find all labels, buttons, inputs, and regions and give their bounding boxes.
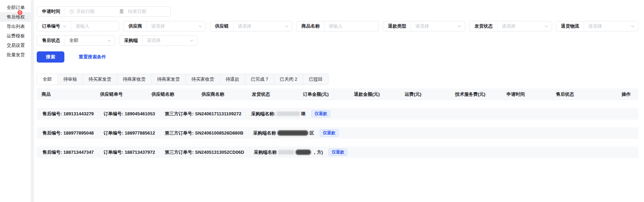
filter-order-no-label: 订单编号	[37, 21, 71, 31]
group-header-field: 订单编号:188713437972	[104, 149, 155, 156]
redacted-text	[278, 150, 294, 154]
filter-apply-time[interactable]: 申请时间 开始日期 至 结束日期	[37, 6, 171, 17]
filter-actions: 搜索 重置搜索条件	[37, 51, 638, 63]
order-group: 售后编号:189131443279订单编号:189045461053第三方订单号…	[37, 108, 638, 120]
status-tabs: 全部待审核待买家发货待商家收货待商家发货待买家收货待退款已完成 7已关闭 2已驳…	[37, 74, 328, 85]
filter-label-text: 商品名称	[302, 23, 320, 29]
table-body: 售后编号:189131443279订单编号:189045461053第三方订单号…	[37, 108, 638, 158]
column-header-5: 订单金额(元)	[298, 91, 349, 98]
sidebar-item-label: 批量发货	[7, 52, 25, 58]
filter-ship-status-field[interactable]: 请选择	[497, 21, 551, 31]
sidebar-item-5[interactable]: 批量发货	[0, 50, 31, 59]
filter-after-sale-status[interactable]: 售后状态全部	[37, 35, 115, 46]
field-label: 第三方订单号:	[165, 149, 193, 156]
sidebar-item-2[interactable]: 导出列表	[0, 22, 31, 31]
filter-return-logistics[interactable]: 退货物流请选择	[556, 21, 638, 31]
start-date-input[interactable]: 开始日期	[76, 8, 115, 15]
filter-purchase-side[interactable]: 采购端请选择	[119, 35, 197, 46]
clock-icon	[69, 9, 74, 14]
filter-product-name[interactable]: 商品名称请输入	[296, 21, 379, 31]
tab-5[interactable]: 待买家收货	[186, 74, 220, 85]
end-date-input[interactable]: 结束日期	[128, 8, 167, 15]
filter-ship-status-value: 请选择	[502, 23, 542, 29]
group-header-field: 第三方订单号:SN24061008526D880B	[165, 130, 243, 136]
group-header-field: 售后编号:188713447347	[42, 149, 94, 156]
search-button[interactable]: 搜索	[37, 51, 64, 63]
field-label: 采购端名称	[254, 149, 277, 156]
filter-supply-chain-field[interactable]: 请选择	[233, 21, 292, 31]
field-label: 第三方订单号:	[165, 111, 193, 117]
column-header-10: 售后状态	[551, 91, 602, 98]
filter-order-no[interactable]: 订单编号请输入	[37, 21, 119, 31]
filter-return-logistics-field[interactable]: 请选择	[584, 21, 638, 31]
main-panel: 申请时间 开始日期 至 结束日期 订单编号请输入供应商请选择供应链请选择商品名称…	[34, 0, 644, 202]
tab-1[interactable]: 待审核	[58, 74, 83, 85]
buyer-name: 采购端名称区仅退款	[253, 129, 339, 137]
refund-only-badge: 仅退款	[311, 110, 330, 117]
sidebar-item-label: 全部订单	[7, 5, 25, 11]
field-label: 订单编号:	[104, 111, 123, 117]
field-value: 188977895048	[63, 130, 94, 136]
chevron-down-icon	[544, 24, 548, 28]
filter-after-sale-status-field[interactable]: 全部	[65, 36, 115, 45]
field-label: 第三方订单号:	[165, 130, 193, 136]
tab-6[interactable]: 待退款	[220, 74, 245, 85]
redacted-text	[296, 150, 311, 155]
filter-label-text: 退款类型	[388, 23, 406, 29]
field-label: 订单编号:	[104, 149, 123, 156]
sidebar: 全部订单售后维权0导出列表运费模板交易设置批量发货	[0, 0, 31, 202]
tab-2[interactable]: 待买家发货	[83, 74, 117, 85]
filter-after-sale-status-label: 售后状态	[37, 36, 65, 45]
filter-ship-status[interactable]: 发货状态请选择	[469, 21, 552, 31]
filter-supplier-label: 供应商	[123, 21, 147, 31]
field-value: 188977885612	[125, 130, 155, 136]
field-value: 189131443279	[63, 111, 94, 116]
filter-supplier[interactable]: 供应商请选择	[123, 21, 206, 31]
field-label: 售后编号:	[42, 149, 62, 156]
filter-label-text: 退货物流	[561, 23, 579, 29]
filter-refund-type-label: 退款类型	[383, 21, 411, 31]
column-header-11: 操作	[602, 91, 638, 98]
text-fragment: 区	[310, 130, 314, 136]
filter-purchase-side-value: 请选择	[147, 37, 187, 44]
redacted-text	[277, 130, 308, 136]
sidebar-item-1[interactable]: 售后维权0	[0, 12, 31, 22]
date-range-field[interactable]: 开始日期 至 结束日期	[65, 7, 170, 16]
filter-supply-chain[interactable]: 供应链请选择	[210, 21, 292, 31]
filter-product-name-field[interactable]: 请输入	[324, 21, 378, 31]
field-value: 189045461053	[125, 111, 155, 116]
filter-refund-type-field[interactable]: 请选择	[411, 21, 465, 31]
refund-only-badge: 仅退款	[328, 149, 347, 156]
filter-product-name-value: 请输入	[329, 23, 375, 29]
filter-purchase-side-field[interactable]: 请选择	[142, 36, 197, 45]
tab-8[interactable]: 已关闭 2	[274, 74, 303, 85]
tab-3[interactable]: 待商家收货	[117, 74, 151, 85]
field-value: SN2406171131109272	[195, 111, 241, 116]
filter-refund-type[interactable]: 退款类型请选择	[383, 21, 465, 31]
filter-return-logistics-value: 请选择	[588, 23, 629, 29]
sidebar-item-0[interactable]: 全部订单	[0, 3, 31, 12]
tab-4[interactable]: 待商家发货	[151, 74, 186, 85]
filter-order-no-field[interactable]: 请输入	[71, 21, 119, 31]
filter-label-text: 供应链	[215, 23, 229, 29]
tab-9[interactable]: 已驳回	[303, 74, 328, 85]
tab-7[interactable]: 已完成 7	[245, 74, 274, 85]
sidebar-item-4[interactable]: 交易设置	[0, 41, 31, 50]
column-header-6: 退款金额(元)	[349, 91, 400, 98]
redacted-text	[277, 111, 300, 116]
group-header-field: 第三方订单号:SN2406171131109272	[165, 111, 241, 117]
filter-label-text: 售后状态	[42, 37, 60, 44]
field-value: SN24051313052CD06D	[195, 150, 244, 155]
filter-order-no-value: 请输入	[76, 23, 115, 29]
sidebar-item-3[interactable]: 运费模板	[0, 31, 31, 41]
group-header: 售后编号:188713447347订单编号:188713437972第三方订单号…	[37, 146, 638, 158]
reset-search-link[interactable]: 重置搜索条件	[79, 54, 106, 60]
text-fragment: ，方)	[312, 149, 323, 156]
date-range-separator: 至	[117, 8, 126, 15]
group-header-field: 售后编号:189131443279	[42, 111, 94, 117]
filter-label-text: 订单编号	[42, 23, 60, 29]
tab-0[interactable]: 全部	[37, 74, 58, 85]
filter-label-text: 发货状态	[474, 23, 493, 29]
filter-supplier-field[interactable]: 请选择	[147, 21, 205, 31]
filter-supplier-value: 请选择	[151, 23, 196, 29]
